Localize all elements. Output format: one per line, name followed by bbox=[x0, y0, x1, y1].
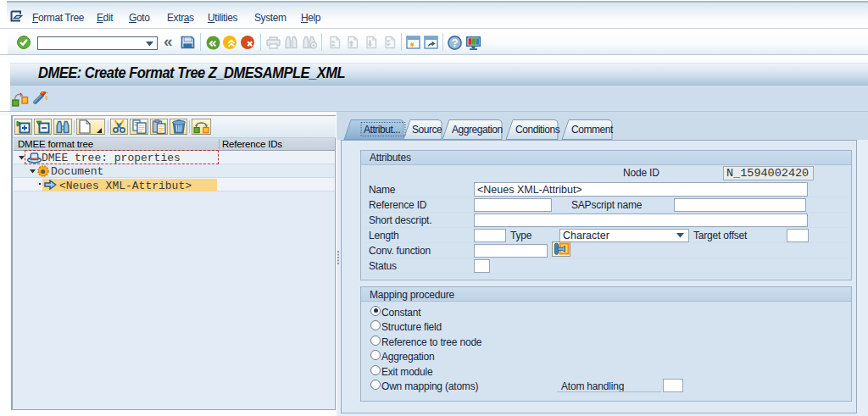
svg-text:Attribut...: Attribut... bbox=[364, 124, 400, 136]
svg-text:?: ? bbox=[452, 37, 459, 49]
svg-text:Conditions: Conditions bbox=[515, 124, 560, 136]
svg-text:Aggregation: Aggregation bbox=[452, 124, 503, 136]
svg-text:Comment: Comment bbox=[571, 124, 614, 136]
svg-text:Source: Source bbox=[412, 124, 442, 136]
